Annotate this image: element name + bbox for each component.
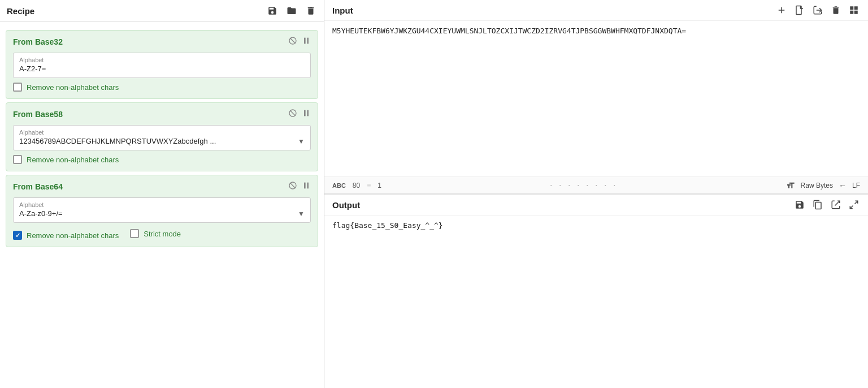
- remove-nonalpha-label-base58: Remove non-alphabet chars: [27, 156, 119, 164]
- recipe-header: Recipe: [0, 0, 324, 22]
- dropdown-arrow-base64: ▼: [298, 210, 305, 218]
- remove-nonalpha-row-base32: Remove non-alphabet chars: [13, 83, 311, 92]
- pause-op-base64-button[interactable]: [302, 181, 311, 192]
- input-header: Input: [324, 0, 868, 21]
- recipe-panel: Recipe From Base32: [0, 0, 324, 388]
- file-icon: [795, 5, 805, 15]
- input-title: Input: [332, 6, 353, 15]
- input-footer-left: ABC 80 ≡ 1: [332, 182, 381, 189]
- abc-badge: ABC: [332, 182, 346, 189]
- svg-rect-2: [304, 38, 306, 44]
- upload-output-button[interactable]: [830, 199, 842, 211]
- new-file-button[interactable]: [793, 4, 806, 16]
- strict-mode-checkbox-base64[interactable]: [130, 229, 139, 238]
- input-footer: ABC 80 ≡ 1 · · · · · · · · Raw Bytes ← L…: [324, 176, 868, 193]
- svg-line-16: [850, 206, 853, 209]
- input-header-actions: [775, 4, 860, 16]
- alphabet-label-base58: Alphabet: [19, 129, 305, 136]
- add-input-button[interactable]: [775, 4, 788, 16]
- trash-input-icon: [831, 5, 841, 15]
- line-ending-label[interactable]: LF: [852, 182, 860, 189]
- copy-output-button[interactable]: [811, 199, 824, 211]
- import-icon: [813, 5, 823, 15]
- op-icons-from-base58: [288, 109, 311, 119]
- svg-rect-6: [304, 110, 306, 117]
- arrow-left-icon: ←: [839, 181, 847, 190]
- output-title: Output: [332, 200, 360, 210]
- op-block-from-base64: From Base64 Alphabe: [6, 175, 318, 247]
- recipe-header-actions: [266, 5, 317, 17]
- pause-icon: [302, 181, 311, 190]
- copy-output-icon: [813, 200, 823, 210]
- import-input-button[interactable]: [811, 4, 824, 16]
- output-section: Output: [324, 195, 868, 388]
- save-output-button[interactable]: [793, 199, 806, 211]
- input-value: M5YHEUTEKFBW6YJWKZGU44CXIEYUWMLSNJLTOZCX…: [332, 27, 686, 35]
- input-section: Input: [324, 0, 868, 195]
- expand-output-button[interactable]: [848, 199, 860, 211]
- alphabet-dropdown-base58[interactable]: 123456789ABCDEFGHJKLMNPQRSTUVWXYZabcdefg…: [19, 137, 305, 145]
- alphabet-value-base64: A-Za-z0-9+/=: [19, 209, 63, 218]
- remove-nonalpha-checkbox-base32[interactable]: [13, 83, 22, 92]
- output-header: Output: [324, 195, 868, 215]
- grid-view-button[interactable]: [848, 4, 860, 16]
- output-value: flag{Base_15_S0_Easy_^_^}: [332, 221, 443, 230]
- op-icons-from-base64: [288, 181, 311, 192]
- encoding-label[interactable]: Raw Bytes: [801, 182, 833, 189]
- pause-op-base32-button[interactable]: [302, 36, 311, 47]
- grid-icon: [849, 5, 859, 15]
- remove-nonalpha-row-base58: Remove non-alphabet chars: [13, 155, 311, 164]
- op-title-from-base64: From Base64: [13, 182, 63, 191]
- pause-op-base58-button[interactable]: [302, 109, 311, 119]
- delete-recipe-button[interactable]: [305, 5, 317, 17]
- input-text-area[interactable]: M5YHEUTEKFBW6YJWKZGU44CXIEYUWMLSNJLTOZCX…: [324, 21, 868, 176]
- io-panel: Input: [324, 0, 868, 388]
- save-recipe-button[interactable]: [266, 5, 279, 17]
- recipe-title: Recipe: [7, 6, 34, 16]
- output-header-actions: [793, 199, 860, 211]
- strict-mode-label-base64: Strict mode: [144, 230, 181, 238]
- remove-nonalpha-row-base64: Remove non-alphabet chars: [13, 231, 119, 240]
- divider-dots: · · · · · · · ·: [550, 179, 618, 191]
- alphabet-value-base58: 123456789ABCDEFGHJKLMNPQRSTUVWXYZabcdefg…: [19, 137, 216, 145]
- op-icons-from-base32: [288, 36, 311, 47]
- alphabet-dropdown-base64[interactable]: A-Za-z0-9+/= ▼: [19, 209, 305, 218]
- remove-nonalpha-checkbox-base64[interactable]: [13, 231, 22, 240]
- alphabet-field-base58[interactable]: Alphabet 123456789ABCDEFGHJKLMNPQRSTUVWX…: [13, 125, 311, 150]
- open-recipe-button[interactable]: [285, 5, 298, 17]
- output-text-area[interactable]: flag{Base_15_S0_Easy_^_^}: [324, 215, 868, 388]
- trash-icon: [306, 6, 316, 16]
- save-icon: [267, 6, 277, 16]
- svg-line-14: [835, 201, 840, 205]
- alphabet-label-base64: Alphabet: [19, 201, 305, 208]
- remove-nonalpha-checkbox-base58[interactable]: [13, 155, 22, 164]
- circle-slash-icon: [288, 109, 297, 118]
- alphabet-label-base32: Alphabet: [19, 57, 305, 63]
- disable-op-base32-button[interactable]: [288, 36, 297, 47]
- svg-rect-7: [307, 110, 309, 117]
- plus-icon: [776, 5, 787, 15]
- disable-op-base64-button[interactable]: [288, 181, 297, 192]
- dropdown-arrow-base58: ▼: [298, 137, 305, 145]
- base64-checkboxes: Remove non-alphabet chars Strict mode: [13, 227, 311, 240]
- line-count-separator: ≡: [367, 182, 371, 189]
- op-header-from-base58: From Base58: [13, 109, 311, 119]
- disable-op-base58-button[interactable]: [288, 109, 297, 119]
- alphabet-field-base64[interactable]: Alphabet A-Za-z0-9+/= ▼: [13, 197, 311, 223]
- input-footer-right: Raw Bytes ← LF: [786, 181, 860, 190]
- op-block-from-base58: From Base58 Alphabe: [6, 102, 318, 171]
- type-icon: [786, 181, 795, 190]
- svg-rect-10: [304, 183, 306, 189]
- alphabet-value-base32[interactable]: A-Z2-7=: [19, 64, 305, 73]
- alphabet-field-base32: Alphabet A-Z2-7=: [13, 53, 311, 78]
- recipe-content: From Base32 Alphabe: [0, 22, 324, 388]
- char-count: 80: [353, 182, 360, 189]
- upload-output-icon: [831, 200, 841, 210]
- circle-slash-icon: [288, 36, 297, 45]
- remove-nonalpha-label-base64: Remove non-alphabet chars: [27, 231, 119, 240]
- svg-rect-11: [307, 183, 309, 189]
- op-header-from-base32: From Base32: [13, 36, 311, 47]
- circle-slash-icon: [288, 181, 297, 190]
- clear-input-button[interactable]: [830, 4, 842, 16]
- expand-output-icon: [849, 200, 859, 210]
